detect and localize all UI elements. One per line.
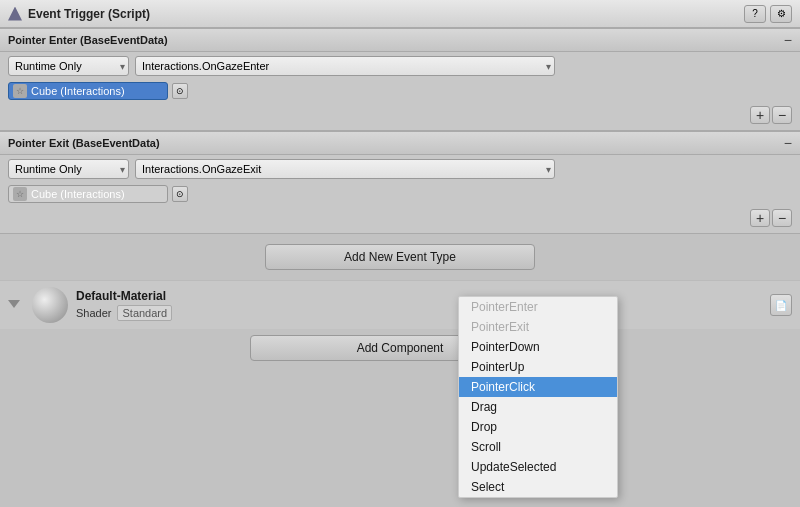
event-type-dropdown: PointerEnterPointerExitPointerDownPointe…: [458, 296, 618, 498]
title-bar-label: Event Trigger (Script): [28, 7, 744, 21]
pointer-enter-collapse[interactable]: −: [784, 33, 792, 47]
pointer-exit-collapse[interactable]: −: [784, 136, 792, 150]
function-select-wrapper-2: Interactions.OnGazeExit: [135, 159, 555, 179]
pointer-exit-controls: Runtime Only Off Editor and Runtime Inte…: [0, 155, 800, 183]
script-icon: [8, 7, 22, 21]
runtime-only-select-2[interactable]: Runtime Only Off Editor and Runtime: [8, 159, 129, 179]
runtime-only-wrapper-1: Runtime Only Off Editor and Runtime: [8, 56, 129, 76]
dropdown-item[interactable]: PointerDown: [459, 337, 617, 357]
title-bar-buttons: ? ⚙: [744, 5, 792, 23]
pm-row-2: + −: [0, 207, 800, 233]
pointer-enter-controls: Runtime Only Off Editor and Runtime Inte…: [0, 52, 800, 80]
pointer-enter-section: Pointer Enter (BaseEventData) − Runtime …: [0, 28, 800, 131]
object-input-2: ☆ Cube (Interactions): [8, 185, 168, 203]
plus-btn-1[interactable]: +: [750, 106, 770, 124]
material-sphere: [32, 287, 68, 323]
dropdown-item[interactable]: PointerUp: [459, 357, 617, 377]
runtime-only-select-1[interactable]: Runtime Only Off Editor and Runtime: [8, 56, 129, 76]
dropdown-item[interactable]: Drag: [459, 397, 617, 417]
object-field-2: ☆ Cube (Interactions) ⊙: [0, 183, 800, 207]
object-label-1: Cube (Interactions): [31, 85, 125, 97]
material-help-button[interactable]: 📄: [770, 294, 792, 316]
material-name: Default-Material: [76, 289, 762, 303]
object-input-1: ☆ Cube (Interactions): [8, 82, 168, 100]
add-event-row: Add New Event Type: [0, 234, 800, 280]
pointer-enter-header: Pointer Enter (BaseEventData) −: [0, 28, 800, 52]
minus-btn-1[interactable]: −: [772, 106, 792, 124]
pointer-exit-header: Pointer Exit (BaseEventData) −: [0, 131, 800, 155]
pointer-exit-title: Pointer Exit (BaseEventData): [8, 137, 160, 149]
material-section: Default-Material Shader Standard 📄: [0, 280, 800, 329]
material-shader-row: Shader Standard: [76, 305, 762, 321]
plus-btn-2[interactable]: +: [750, 209, 770, 227]
dropdown-item[interactable]: Select: [459, 477, 617, 497]
object-icon-1: ☆: [13, 84, 27, 98]
title-bar: Event Trigger (Script) ? ⚙: [0, 0, 800, 28]
target-btn-2[interactable]: ⊙: [172, 186, 188, 202]
pointer-exit-section: Pointer Exit (BaseEventData) − Runtime O…: [0, 131, 800, 234]
add-event-button[interactable]: Add New Event Type: [265, 244, 535, 270]
function-select-1[interactable]: Interactions.OnGazeEnter: [135, 56, 555, 76]
dropdown-item[interactable]: Drop: [459, 417, 617, 437]
dropdown-item[interactable]: UpdateSelected: [459, 457, 617, 477]
add-component-row: Add Component: [0, 329, 800, 367]
shader-label: Shader: [76, 307, 111, 319]
dropdown-item[interactable]: PointerExit: [459, 317, 617, 337]
function-select-2[interactable]: Interactions.OnGazeExit: [135, 159, 555, 179]
object-label-2: Cube (Interactions): [31, 188, 125, 200]
minus-btn-2[interactable]: −: [772, 209, 792, 227]
settings-button[interactable]: ⚙: [770, 5, 792, 23]
dropdown-item[interactable]: PointerEnter: [459, 297, 617, 317]
pointer-enter-title: Pointer Enter (BaseEventData): [8, 34, 168, 46]
runtime-only-wrapper-2: Runtime Only Off Editor and Runtime: [8, 159, 129, 179]
expand-arrow-icon[interactable]: [8, 300, 20, 308]
material-info: Default-Material Shader Standard: [76, 289, 762, 321]
help-button[interactable]: ?: [744, 5, 766, 23]
function-select-wrapper-1: Interactions.OnGazeEnter: [135, 56, 555, 76]
object-icon-2: ☆: [13, 187, 27, 201]
object-field-1: ☆ Cube (Interactions) ⊙: [0, 80, 800, 104]
pm-row-1: + −: [0, 104, 800, 130]
dropdown-item[interactable]: PointerClick: [459, 377, 617, 397]
shader-value: Standard: [117, 305, 172, 321]
target-btn-1[interactable]: ⊙: [172, 83, 188, 99]
dropdown-item[interactable]: Scroll: [459, 437, 617, 457]
